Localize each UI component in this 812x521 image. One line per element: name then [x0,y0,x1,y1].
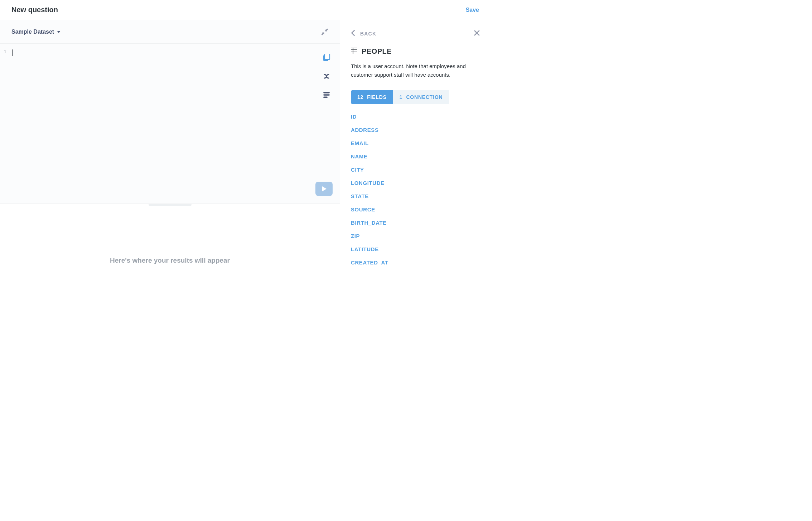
code-input[interactable] [9,44,340,203]
field-item[interactable]: LONGITUDE [351,180,480,186]
field-item[interactable]: ZIP [351,233,480,239]
results-placeholder: Here's where your results will appear [110,257,230,264]
table-title: PEOPLE [362,47,392,56]
editor-area: 1 [0,44,340,204]
data-reference-panel: BACK PEOPLE This is a user account. Note… [340,20,490,315]
svg-rect-5 [351,48,357,54]
fields-list: ID ADDRESS EMAIL NAME CITY LONGITUDE STA… [351,114,480,266]
tab-fields[interactable]: 12FIELDS [351,90,393,104]
variables-icon[interactable] [323,72,330,80]
run-query-button[interactable] [315,182,333,196]
tab-fields-count: 12 [357,94,363,100]
svg-rect-3 [323,94,330,96]
editor-gutter: 1 [0,44,9,203]
tab-connections-count: 1 [400,94,403,100]
field-item[interactable]: EMAIL [351,140,480,146]
tab-connections-label: CONNECTION [406,94,443,100]
field-item[interactable]: STATE [351,193,480,199]
main-area: Sample Dataset 1 [0,20,490,315]
svg-rect-1 [325,54,330,59]
table-description: This is a user account. Note that employ… [351,62,480,79]
close-button[interactable] [474,30,480,37]
field-item[interactable]: NAME [351,153,480,159]
svg-rect-4 [323,96,328,98]
field-item[interactable]: ADDRESS [351,127,480,133]
contract-icon[interactable] [321,28,328,35]
page-title: New question [11,6,58,14]
top-bar: New question Save [0,0,490,20]
back-button[interactable]: BACK [351,30,376,37]
tab-connections[interactable]: 1CONNECTION [393,90,449,104]
table-title-row: PEOPLE [351,47,480,56]
panel-header: BACK [351,30,480,37]
close-icon [474,31,480,37]
dataset-selector[interactable]: Sample Dataset [11,29,61,35]
save-button[interactable]: Save [466,7,479,13]
tabs: 12FIELDS 1CONNECTION [351,90,480,104]
data-reference-icon[interactable] [323,54,330,62]
dataset-bar: Sample Dataset [0,20,340,44]
dataset-label: Sample Dataset [11,29,54,35]
left-pane: Sample Dataset 1 [0,20,340,315]
field-item[interactable]: LATITUDE [351,246,480,252]
back-label: BACK [360,31,376,37]
editor-sidebar-icons [323,54,330,99]
table-icon [351,48,357,56]
results-area: Here's where your results will appear [0,206,340,315]
field-item[interactable]: ID [351,114,480,120]
line-number: 1 [0,49,6,54]
chevron-down-icon [57,29,61,35]
snippets-icon[interactable] [323,91,330,99]
tab-fields-label: FIELDS [367,94,387,100]
field-item[interactable]: CITY [351,167,480,173]
svg-rect-2 [323,92,330,94]
cursor [12,49,13,56]
field-item[interactable]: BIRTH_DATE [351,220,480,226]
field-item[interactable]: CREATED_AT [351,259,480,266]
chevron-left-icon [351,30,355,37]
field-item[interactable]: SOURCE [351,206,480,212]
